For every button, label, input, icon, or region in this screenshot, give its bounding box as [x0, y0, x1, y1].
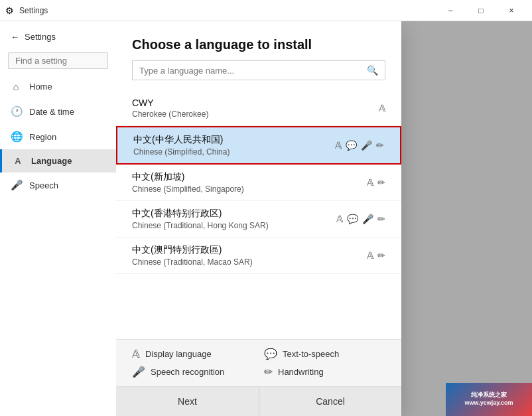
language-name-zh-mo: 中文(澳門特別行政區) [132, 244, 253, 256]
feature-text-to-speech: 💬 Text-to-speech [264, 348, 385, 360]
globe-icon: 🌐 [11, 131, 21, 143]
language-item-cwy-text: CWY Cherokee (Cherokee) [132, 98, 208, 119]
dialog-buttons: Next Cancel [116, 386, 401, 416]
lang-icon-tts: 💬 [346, 140, 357, 151]
language-subname-zh-hk: Chinese (Traditional, Hong Kong SAR) [132, 221, 269, 230]
sidebar-item-language[interactable]: A Language [0, 149, 116, 173]
lang-icon-tts-hk: 💬 [347, 214, 358, 224]
features-grid: 𝔸 Display language 💬 Text-to-speech 🎤 Sp… [132, 348, 385, 378]
language-icons-zh-hk: 𝔸 💬 🎤 ✏ [336, 214, 385, 224]
sidebar-item-speech-label: Speech [29, 180, 58, 190]
home-icon: ⌂ [11, 81, 21, 92]
language-item-zh-mo-text: 中文(澳門特別行政區) Chinese (Traditional, Macao … [132, 244, 253, 267]
language-item-zh-hk-text: 中文(香港特别行政区) Chinese (Traditional, Hong K… [132, 208, 269, 230]
sidebar-item-date-time-label: Date & time [29, 107, 74, 117]
content-area: er will appear in this anguage in the li… [116, 21, 532, 416]
language-list[interactable]: CWY Cherokee (Cherokee) 𝔸 中文(中华人民共和国) Ch… [116, 91, 401, 339]
sidebar-item-home-label: Home [29, 82, 52, 92]
language-subname-zh-sg: Chinese (Simplified, Singapore) [132, 184, 244, 194]
microphone-icon: 🎤 [11, 179, 21, 191]
feature-handwriting: ✏ Handwriting [264, 366, 385, 378]
clock-icon: 🕐 [11, 105, 21, 117]
search-icon: 🔍 [367, 65, 378, 76]
language-name-zh-sg: 中文(新加坡) [132, 171, 244, 183]
language-icons-zh-mo: 𝔸 ✏ [367, 250, 385, 261]
language-item-cwy[interactable]: CWY Cherokee (Cherokee) 𝔸 [116, 91, 401, 126]
lang-icon-pen-hk: ✏ [377, 214, 385, 224]
language-subname-zh-mo: Chinese (Traditional, Macao SAR) [132, 257, 253, 267]
language-install-dialog: Choose a language to install 🔍 CWY Chero… [116, 21, 401, 416]
watermark-text: 纯净系统之家www.ycwjay.com [464, 391, 513, 407]
language-icons-cwy: 𝔸 [379, 103, 385, 113]
feature-display-language: 𝔸 Display language [132, 348, 253, 360]
language-icons-zh-cn: 𝔸 💬 🎤 ✏ [335, 140, 384, 151]
lang-icon-display-a: 𝔸 [335, 140, 342, 151]
language-item-zh-hk[interactable]: 中文(香港特别行政区) Chinese (Traditional, Hong K… [116, 201, 401, 238]
language-subname-zh-cn: Chinese (Simplified, China) [133, 147, 230, 157]
title-bar-left: ⚙ Settings [5, 5, 435, 16]
display-language-icon: 𝔸 [132, 348, 140, 360]
language-item-zh-mo[interactable]: 中文(澳門特別行政區) Chinese (Traditional, Macao … [116, 238, 401, 274]
language-subname-cwy: Cherokee (Cherokee) [132, 109, 208, 119]
handwriting-label: Handwriting [278, 367, 324, 377]
language-item-zh-sg[interactable]: 中文(新加坡) Chinese (Simplified, Singapore) … [116, 165, 401, 201]
dialog-features: 𝔸 Display language 💬 Text-to-speech 🎤 Sp… [116, 339, 401, 386]
sidebar-item-region[interactable]: 🌐 Region [0, 124, 116, 149]
text-to-speech-label: Text-to-speech [283, 349, 339, 359]
dialog-search-box: 🔍 [132, 60, 385, 80]
cancel-button[interactable]: Cancel [259, 387, 401, 416]
lang-icon-mic-hk: 🎤 [362, 214, 373, 224]
sidebar-item-region-label: Region [29, 132, 56, 142]
title-bar: ⚙ Settings − □ × [0, 0, 532, 21]
main-layout: ← Settings ⌂ Home 🕐 Date & time 🌐 Region… [0, 21, 532, 416]
lang-icon-pen-sg: ✏ [377, 177, 385, 188]
lang-icon-display-sg: 𝔸 [367, 177, 373, 188]
sidebar-item-home[interactable]: ⌂ Home [0, 74, 116, 99]
sidebar-item-language-label: Language [31, 156, 72, 166]
text-to-speech-icon: 💬 [264, 348, 277, 360]
title-bar-title: Settings [19, 6, 48, 15]
back-label: Settings [25, 32, 56, 42]
sidebar-item-speech[interactable]: 🎤 Speech [0, 173, 116, 198]
dialog-header: Choose a language to install 🔍 [116, 21, 401, 91]
back-icon: ← [11, 32, 19, 42]
close-button[interactable]: × [496, 0, 527, 21]
sidebar-search-input[interactable] [8, 52, 108, 69]
dialog-overlay: Choose a language to install 🔍 CWY Chero… [116, 21, 532, 416]
language-name-zh-cn: 中文(中华人民共和国) [133, 134, 230, 146]
sidebar-back[interactable]: ← Settings [0, 27, 116, 47]
sidebar-item-date-time[interactable]: 🕐 Date & time [0, 99, 116, 124]
language-item-zh-cn[interactable]: 中文(中华人民共和国) Chinese (Simplified, China) … [116, 126, 401, 165]
lang-icon-display-hk: 𝔸 [336, 214, 343, 224]
language-name-cwy: CWY [132, 98, 208, 108]
lang-icon-display-mo: 𝔸 [367, 250, 373, 261]
language-item-zh-sg-text: 中文(新加坡) Chinese (Simplified, Singapore) [132, 171, 244, 194]
language-item-zh-cn-text: 中文(中华人民共和国) Chinese (Simplified, China) [133, 134, 230, 157]
lang-icon-mic: 🎤 [361, 140, 372, 151]
language-search-input[interactable] [139, 66, 367, 76]
minimize-button[interactable]: − [435, 0, 466, 21]
lang-icon-display: 𝔸 [379, 103, 385, 113]
title-bar-controls: − □ × [435, 0, 527, 21]
lang-icon-pen: ✏ [376, 140, 384, 151]
lang-icon-pen-mo: ✏ [377, 250, 385, 261]
language-icon: A [13, 156, 23, 166]
display-language-label: Display language [145, 349, 212, 359]
language-name-zh-hk: 中文(香港特别行政区) [132, 208, 269, 220]
dialog-title: Choose a language to install [132, 37, 385, 52]
language-icons-zh-sg: 𝔸 ✏ [367, 177, 385, 188]
settings-icon: ⚙ [5, 5, 14, 16]
speech-recognition-icon: 🎤 [132, 366, 145, 378]
sidebar: ← Settings ⌂ Home 🕐 Date & time 🌐 Region… [0, 21, 116, 416]
maximize-button[interactable]: □ [466, 0, 496, 21]
speech-recognition-label: Speech recognition [151, 367, 224, 377]
next-button[interactable]: Next [116, 387, 259, 416]
watermark: 纯净系统之家www.ycwjay.com [446, 383, 532, 416]
handwriting-icon: ✏ [264, 366, 273, 378]
feature-speech-recognition: 🎤 Speech recognition [132, 366, 253, 378]
